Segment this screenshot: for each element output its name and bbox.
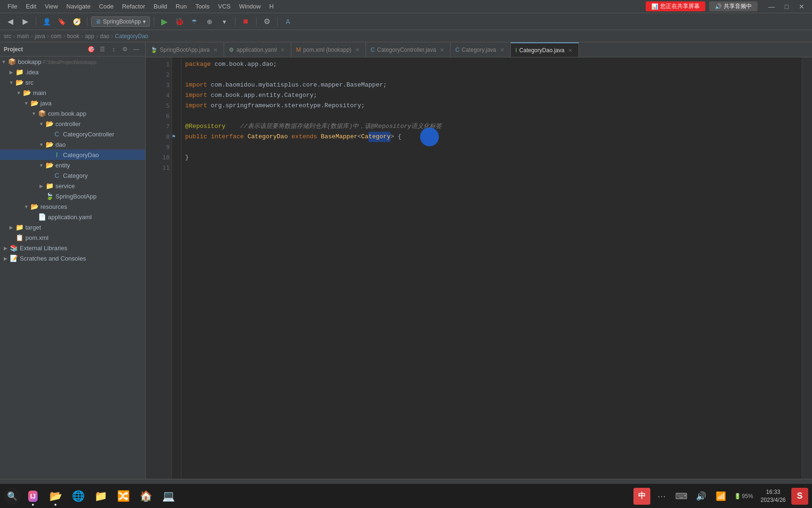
taskbar-clock[interactable]: 16:33 2023/4/26 [758,487,789,505]
project-selector[interactable]: 🖥 SpringBootApp ▾ [91,16,150,27]
menu-view[interactable]: View [41,2,62,11]
tree-categorydao[interactable]: I CategoryDao [0,150,145,160]
menu-tools[interactable]: Tools [192,2,213,11]
tab-pom-close[interactable]: ✕ [354,47,361,54]
taskbar-app5[interactable]: 🏠 [135,486,156,507]
tree-target[interactable]: ▶ 📁 target [0,222,145,232]
coverage-button[interactable]: ☂ [188,15,201,28]
tree-res-label: resources [40,203,145,210]
screen-share-button[interactable]: 📊 您正在共享屏幕 [646,1,705,11]
window-minimize-btn[interactable]: — [765,0,778,13]
tab-pom[interactable]: M pom.xml (bookapp) ✕ [291,42,366,57]
window-close-btn[interactable]: ✕ [795,0,808,13]
breadcrumb-com[interactable]: com [51,33,62,40]
sidebar-locate-btn[interactable]: 🎯 [86,44,96,55]
tree-src[interactable]: ▼ 📂 src [0,77,145,87]
tree-main-label: main [33,89,145,96]
tree-category[interactable]: C Category [0,170,145,181]
menu-build[interactable]: Build [150,2,171,11]
screen-share-audio-button[interactable]: 🔊 共享音频中 [709,1,757,11]
taskbar-intellij[interactable]: IJ [23,486,43,507]
tree-entity-folder[interactable]: ▼ 📂 entity [0,160,145,170]
tab-springbootapp[interactable]: 🍃 SpringBootApp.java ✕ [146,42,224,57]
tab-application[interactable]: ⚙ application.yaml ✕ [224,42,291,57]
taskbar-finder[interactable]: 📂 [45,486,66,507]
navigate-button[interactable]: 🧭 [70,15,83,28]
bookmark-button[interactable]: 🔖 [55,15,68,28]
code-content[interactable]: package com.book.app.dao; import com.bao… [181,57,802,479]
sidebar-settings-btn[interactable]: ⚙ [120,44,130,55]
menu-h[interactable]: H [265,2,277,11]
sidebar-title: Project [4,46,23,53]
menu-refactor[interactable]: Refactor [118,2,149,11]
taskbar-speaker[interactable]: 🔊 [693,488,710,505]
tree-resources-folder[interactable]: ▼ 📂 resources [0,201,145,212]
tree-springbootapp[interactable]: 🍃 SpringBootApp [0,191,145,201]
tree-service-folder[interactable]: ▶ 📁 service [0,181,145,191]
taskbar-git[interactable]: 🔀 [113,486,133,507]
tab-springbootapp-close[interactable]: ✕ [212,47,219,54]
menu-file[interactable]: File [4,2,21,11]
menu-code[interactable]: Code [95,2,117,11]
breadcrumb-app[interactable]: app [85,33,94,40]
taskbar-search[interactable]: 🔍 [4,488,21,505]
tree-package[interactable]: ▼ 📦 com.book.app [0,108,145,119]
tree-root[interactable]: ▼ 📦 bookapp F:\IdeaProject\bookapp [0,56,145,67]
tree-scratches[interactable]: ▶ 📝 Scratches and Consoles [0,253,145,263]
window-maximize-btn[interactable]: □ [780,0,793,13]
tree-pom[interactable]: 📋 pom.xml [0,232,145,243]
tab-application-close[interactable]: ✕ [279,47,286,54]
taskbar-s-icon[interactable]: S [791,488,808,505]
breadcrumb-book[interactable]: book [67,33,79,40]
menu-window[interactable]: Window [235,2,265,11]
menu-run[interactable]: Run [172,2,191,11]
taskbar-folder[interactable]: 📁 [90,486,111,507]
tree-idea[interactable]: ▶ 📁 .idea [0,67,145,77]
taskbar-keyboard[interactable]: ⌨ [673,488,690,505]
back-button[interactable]: ◀ [4,15,17,28]
forward-button[interactable]: ▶ [19,15,32,28]
recent-files-button[interactable]: 👤 [40,15,53,28]
sidebar-sort-btn[interactable]: ↕ [109,44,119,55]
tree-java[interactable]: ▼ 📂 java [0,98,145,108]
tab-pom-label: pom.xml (bookapp) [303,47,351,53]
debug-button[interactable]: 🐞 [173,15,186,28]
breadcrumb-java[interactable]: java [35,33,45,40]
browser-icon: 🌐 [72,490,85,502]
taskbar-battery[interactable]: 🔋 95% [732,488,755,505]
run-button[interactable]: ▶ [158,15,171,28]
more-run-button[interactable]: ▾ [218,15,231,28]
breadcrumb-dao[interactable]: dao [100,33,109,40]
tree-controller-folder[interactable]: ▼ 📂 controller [0,119,145,129]
settings-button[interactable]: ⚙ [260,15,273,28]
taskbar-app6[interactable]: 💻 [158,486,179,507]
ime-indicator[interactable]: 中 [633,488,650,505]
code-editor[interactable]: 1 2 3 4 5 6 7 8 9 10 11 ⚑ [146,57,812,479]
sidebar-close-btn[interactable]: — [131,44,141,55]
taskbar-network[interactable]: 📶 [712,488,729,505]
menu-navigate[interactable]: Navigate [62,2,94,11]
tab-categorycontroller[interactable]: C CategoryController.java ✕ [366,42,451,57]
tree-ext-libs[interactable]: ▶ 📚 External Libraries [0,243,145,253]
tree-application-yaml[interactable]: 📄 application.yaml [0,212,145,222]
translate-button[interactable]: A [281,15,295,28]
tree-dao-arrow: ▼ [38,142,45,147]
tab-category[interactable]: C Category.java ✕ [451,42,511,57]
breadcrumb-src[interactable]: src [4,33,11,40]
tree-categorycontroller[interactable]: C CategoryController [0,129,145,139]
tab-cat-close[interactable]: ✕ [499,47,506,54]
sidebar-collapse-btn[interactable]: ☰ [97,44,108,55]
tree-main[interactable]: ▼ 📂 main [0,87,145,98]
breadcrumb-categorydao[interactable]: CategoryDao [115,33,148,40]
menu-edit[interactable]: Edit [22,2,40,11]
taskbar-browser[interactable]: 🌐 [68,486,88,507]
breadcrumb-main[interactable]: main [17,33,29,40]
stop-button[interactable]: ■ [239,15,252,28]
tree-dao-folder[interactable]: ▼ 📂 dao [0,139,145,150]
tab-cdao-close[interactable]: ✕ [567,47,574,54]
menu-vcs[interactable]: VCS [214,2,234,11]
taskbar-dot-menu[interactable]: ⋯ [653,488,670,505]
tab-cc-close[interactable]: ✕ [438,47,445,54]
profile-button[interactable]: ⊕ [203,15,216,28]
tab-categorydao[interactable]: I CategoryDao.java ✕ [511,42,579,57]
